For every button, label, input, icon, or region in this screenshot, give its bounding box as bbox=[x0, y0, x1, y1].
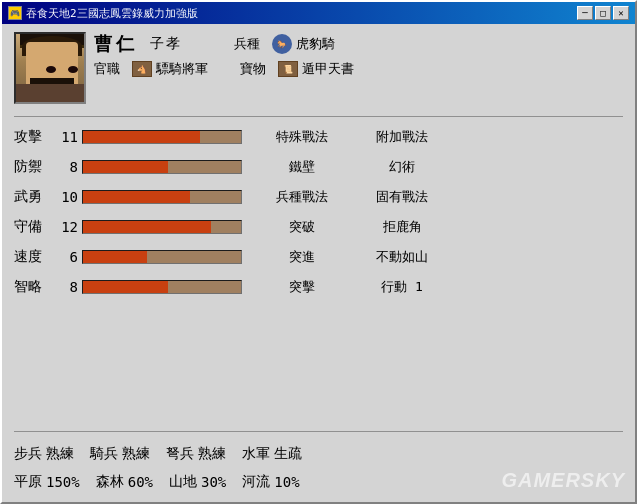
app-icon: 🎮 bbox=[8, 6, 22, 20]
innate-skill-0: 附加戰法 bbox=[362, 128, 442, 146]
stat-name-4: 速度 bbox=[14, 248, 50, 266]
prof-level-2: 熟練 bbox=[198, 445, 226, 463]
minimize-button[interactable]: ─ bbox=[577, 6, 593, 20]
stat-row: 速度 6 突進 不動如山 bbox=[14, 243, 623, 271]
character-name: 曹仁 bbox=[94, 32, 138, 56]
special-skill-5: 突擊 bbox=[262, 278, 342, 296]
innate-skill-2: 固有戰法 bbox=[362, 188, 442, 206]
proficiency-item-0: 步兵 熟練 bbox=[14, 445, 74, 463]
innate-skill-1: 幻術 bbox=[362, 158, 442, 176]
maximize-button[interactable]: □ bbox=[595, 6, 611, 20]
special-skill-0: 特殊戰法 bbox=[262, 128, 342, 146]
terrain-item-2: 山地 30% bbox=[169, 473, 226, 491]
unit-icon: 🐎 bbox=[272, 34, 292, 54]
stat-skills-3: 突破 拒鹿角 bbox=[242, 218, 623, 236]
terrain-type-3: 河流 bbox=[242, 473, 270, 491]
terrain-type-1: 森林 bbox=[96, 473, 124, 491]
stat-bar-4 bbox=[82, 250, 242, 264]
innate-skill-4: 不動如山 bbox=[362, 248, 442, 266]
stat-bar-fill-3 bbox=[83, 221, 211, 233]
stat-value-4: 6 bbox=[50, 249, 78, 265]
stat-bar-1 bbox=[82, 160, 242, 174]
stat-skills-2: 兵種戰法 固有戰法 bbox=[242, 188, 623, 206]
stat-bar-0 bbox=[82, 130, 242, 144]
special-skill-4: 突進 bbox=[262, 248, 342, 266]
stat-value-1: 8 bbox=[50, 159, 78, 175]
terrain-value-1: 60% bbox=[128, 474, 153, 490]
terrain-item-3: 河流 10% bbox=[242, 473, 299, 491]
close-button[interactable]: ✕ bbox=[613, 6, 629, 20]
stat-skills-5: 突擊 行動 1 bbox=[242, 278, 623, 296]
rank-row: 官職 🐴 驃騎將軍 寶物 📜 遁甲天書 bbox=[94, 60, 623, 78]
prof-type-0: 步兵 bbox=[14, 445, 42, 463]
stat-bar-fill-2 bbox=[83, 191, 190, 203]
title-bar-left: 🎮 吞食天地2三國志鳳雲錄威力加強版 bbox=[8, 6, 198, 21]
terrain-type-2: 山地 bbox=[169, 473, 197, 491]
character-portrait bbox=[14, 32, 86, 104]
terrain-item-1: 森林 60% bbox=[96, 473, 153, 491]
stat-bar-fill-5 bbox=[83, 281, 168, 293]
prof-level-3: 生疏 bbox=[274, 445, 302, 463]
rank-value: 驃騎將軍 bbox=[156, 60, 208, 78]
stats-section: 攻擊 11 特殊戰法 附加戰法 防禦 8 鐵壁 幻術 武勇 10 兵種戰法 固有… bbox=[14, 123, 623, 425]
stat-value-0: 11 bbox=[50, 129, 78, 145]
prof-level-0: 熟練 bbox=[46, 445, 74, 463]
stat-row: 防禦 8 鐵壁 幻術 bbox=[14, 153, 623, 181]
stat-bar-3 bbox=[82, 220, 242, 234]
unit-label: 兵種 bbox=[234, 35, 260, 53]
terrain-value-0: 150% bbox=[46, 474, 80, 490]
stat-bar-2 bbox=[82, 190, 242, 204]
unit-value: 虎豹騎 bbox=[296, 35, 335, 53]
top-section: 曹仁 子孝 兵種 🐎 虎豹騎 官職 🐴 驃騎將軍 寶物 bbox=[14, 32, 623, 104]
special-skill-2: 兵種戰法 bbox=[262, 188, 342, 206]
rank-icon: 🐴 bbox=[132, 61, 152, 77]
stat-row: 攻擊 11 特殊戰法 附加戰法 bbox=[14, 123, 623, 151]
terrain-value-2: 30% bbox=[201, 474, 226, 490]
treasure-value: 遁甲天書 bbox=[302, 60, 354, 78]
stat-row: 武勇 10 兵種戰法 固有戰法 bbox=[14, 183, 623, 211]
name-row: 曹仁 子孝 兵種 🐎 虎豹騎 bbox=[94, 32, 623, 56]
prof-type-2: 弩兵 bbox=[166, 445, 194, 463]
stat-value-5: 8 bbox=[50, 279, 78, 295]
divider-bottom bbox=[14, 431, 623, 432]
stat-value-3: 12 bbox=[50, 219, 78, 235]
watermark: GAMERSKY bbox=[501, 469, 625, 492]
stat-skills-1: 鐵壁 幻術 bbox=[242, 158, 623, 176]
character-info: 曹仁 子孝 兵種 🐎 虎豹騎 官職 🐴 驃騎將軍 寶物 bbox=[94, 32, 623, 78]
terrain-type-0: 平原 bbox=[14, 473, 42, 491]
main-window: 🎮 吞食天地2三國志鳳雲錄威力加強版 ─ □ ✕ bbox=[0, 0, 637, 504]
rank-label: 官職 bbox=[94, 60, 120, 78]
proficiency-item-3: 水軍 生疏 bbox=[242, 445, 302, 463]
stat-name-5: 智略 bbox=[14, 278, 50, 296]
window-title: 吞食天地2三國志鳳雲錄威力加強版 bbox=[26, 6, 198, 21]
stat-bar-5 bbox=[82, 280, 242, 294]
treasure-icon: 📜 bbox=[278, 61, 298, 77]
proficiency-row: 步兵 熟練 騎兵 熟練 弩兵 熟練 水軍 生疏 bbox=[14, 442, 623, 466]
stat-bar-fill-1 bbox=[83, 161, 168, 173]
divider-top bbox=[14, 116, 623, 117]
stat-row: 智略 8 突擊 行動 1 bbox=[14, 273, 623, 301]
prof-type-3: 水軍 bbox=[242, 445, 270, 463]
stat-row: 守備 12 突破 拒鹿角 bbox=[14, 213, 623, 241]
stat-name-2: 武勇 bbox=[14, 188, 50, 206]
stat-skills-4: 突進 不動如山 bbox=[242, 248, 623, 266]
character-style: 子孝 bbox=[150, 35, 182, 53]
innate-skill-3: 拒鹿角 bbox=[362, 218, 442, 236]
prof-type-1: 騎兵 bbox=[90, 445, 118, 463]
treasure-label: 寶物 bbox=[240, 60, 266, 78]
special-skill-1: 鐵壁 bbox=[262, 158, 342, 176]
stat-name-3: 守備 bbox=[14, 218, 50, 236]
special-skill-3: 突破 bbox=[262, 218, 342, 236]
content-area: 曹仁 子孝 兵種 🐎 虎豹騎 官職 🐴 驃騎將軍 寶物 bbox=[2, 24, 635, 502]
stat-value-2: 10 bbox=[50, 189, 78, 205]
prof-level-1: 熟練 bbox=[122, 445, 150, 463]
stat-bar-fill-0 bbox=[83, 131, 200, 143]
stat-name-1: 防禦 bbox=[14, 158, 50, 176]
stat-bar-fill-4 bbox=[83, 251, 147, 263]
terrain-item-0: 平原 150% bbox=[14, 473, 80, 491]
title-buttons: ─ □ ✕ bbox=[577, 6, 629, 20]
title-bar: 🎮 吞食天地2三國志鳳雲錄威力加強版 ─ □ ✕ bbox=[2, 2, 635, 24]
terrain-value-3: 10% bbox=[274, 474, 299, 490]
stat-skills-0: 特殊戰法 附加戰法 bbox=[242, 128, 623, 146]
proficiency-item-2: 弩兵 熟練 bbox=[166, 445, 226, 463]
